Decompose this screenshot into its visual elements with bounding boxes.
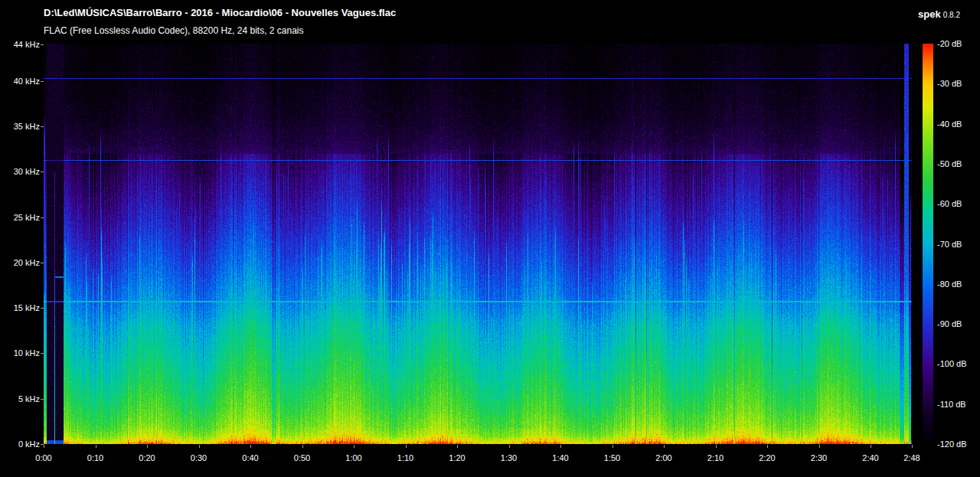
- freq-axis-label: 0 kHz: [0, 439, 40, 449]
- freq-axis-tick: [41, 217, 44, 218]
- file-path-title: D:\Led\MÚSICAS\Barro\Barro - 2016 - Mioc…: [44, 7, 396, 18]
- time-axis-tick: [354, 445, 354, 448]
- db-axis-label: -120 dB: [937, 439, 967, 449]
- time-axis-tick: [612, 445, 613, 448]
- time-axis-label: 0:40: [242, 453, 258, 462]
- time-axis-label: 2:10: [707, 453, 724, 462]
- freq-axis-tick: [41, 399, 44, 400]
- freq-axis-tick: [41, 353, 44, 354]
- time-axis-label: 0:30: [191, 453, 207, 462]
- spectrogram-canvas: [44, 44, 912, 444]
- freq-axis-label: 10 kHz: [0, 348, 40, 358]
- time-axis-label: 1:30: [501, 453, 517, 462]
- time-axis-label: 0:10: [87, 453, 103, 462]
- freq-axis-label: 40 kHz: [0, 77, 40, 86]
- db-axis-label: -50 dB: [937, 159, 962, 168]
- time-axis-tick: [147, 445, 148, 448]
- time-axis-tick: [819, 445, 820, 448]
- time-axis-label: 1:40: [552, 453, 568, 462]
- time-axis-tick: [767, 445, 768, 448]
- time-axis-label: 1:00: [345, 453, 361, 462]
- time-axis-tick: [871, 445, 871, 448]
- audio-format-info: FLAC (Free Lossless Audio Codec), 88200 …: [44, 25, 304, 36]
- db-axis-label: -110 dB: [937, 400, 966, 409]
- app-version: 0.8.2: [943, 11, 960, 19]
- freq-axis-tick: [41, 44, 44, 45]
- time-axis-label: 2:40: [862, 453, 878, 462]
- time-axis-tick: [302, 445, 303, 448]
- time-axis-tick: [406, 445, 407, 448]
- time-axis-label: 0:50: [294, 453, 310, 462]
- freq-axis-tick: [41, 263, 44, 263]
- time-axis-tick: [716, 445, 717, 448]
- time-axis-label: 2:00: [655, 453, 671, 462]
- time-axis-tick: [44, 445, 44, 448]
- time-axis-tick: [250, 445, 251, 448]
- time-axis-label: 0:20: [139, 453, 155, 462]
- db-axis-label: -40 dB: [937, 119, 962, 129]
- db-legend-gradient-bar: [923, 44, 933, 444]
- time-axis-label: 2:20: [759, 453, 775, 462]
- db-axis-label: -20 dB: [937, 39, 962, 48]
- time-axis-label: 1:20: [449, 453, 465, 462]
- time-axis-tick: [560, 445, 561, 448]
- freq-axis-label: 15 kHz: [0, 303, 40, 312]
- time-axis-tick: [664, 445, 665, 448]
- time-axis-label: 1:10: [397, 453, 413, 462]
- db-axis-label: -70 dB: [937, 240, 962, 249]
- freq-axis-tick: [41, 308, 44, 309]
- freq-axis-label: 44 kHz: [0, 40, 40, 49]
- db-axis-label: -100 dB: [937, 359, 967, 368]
- freq-axis-tick: [41, 126, 44, 127]
- freq-axis-tick: [41, 81, 44, 82]
- time-axis-tick: [96, 445, 96, 448]
- time-axis-label: 2:30: [811, 453, 827, 462]
- app-name: spek: [918, 8, 941, 20]
- freq-axis-label: 20 kHz: [0, 258, 40, 267]
- db-axis-label: -90 dB: [937, 319, 962, 328]
- freq-axis-label: 30 kHz: [0, 167, 40, 176]
- time-axis-tick: [912, 445, 913, 448]
- db-axis-label: -30 dB: [937, 79, 962, 88]
- time-axis-label: 2:48: [903, 453, 920, 462]
- time-axis-label: 0:00: [35, 453, 51, 462]
- app-brand: spek0.8.2: [918, 7, 960, 21]
- freq-axis-label: 5 kHz: [0, 394, 40, 403]
- time-axis-tick: [509, 445, 510, 448]
- db-axis-label: -60 dB: [937, 199, 962, 208]
- time-axis-tick: [199, 445, 200, 448]
- db-axis-label: -80 dB: [937, 279, 962, 289]
- freq-axis-label: 25 kHz: [0, 213, 40, 222]
- time-axis-tick: [457, 445, 458, 448]
- time-axis-label: 1:50: [604, 453, 620, 462]
- freq-axis-tick: [41, 172, 44, 172]
- freq-axis-label: 35 kHz: [0, 122, 40, 131]
